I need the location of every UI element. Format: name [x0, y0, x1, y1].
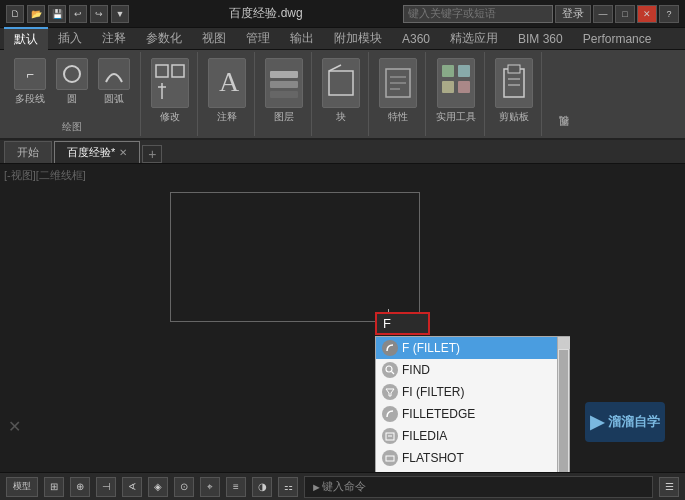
help-button[interactable]: ?	[659, 5, 679, 23]
filedia-icon	[382, 428, 398, 444]
circle-icon	[56, 58, 88, 90]
ribbon-tab-featured[interactable]: 精选应用	[440, 28, 508, 49]
svg-line-10	[329, 65, 341, 71]
draw-group-label: 绘图	[62, 118, 82, 134]
ribbon-tab-output[interactable]: 输出	[280, 28, 324, 49]
tab-add-button[interactable]: +	[142, 145, 162, 163]
autocomplete-item-6[interactable]: FILLETRAD	[376, 469, 569, 472]
svg-rect-7	[270, 81, 298, 88]
title-icons: 🗋 📂 💾 ↩ ↪ ▼	[6, 5, 129, 23]
clipboard-button[interactable]: 剪贴板	[493, 56, 535, 126]
svg-rect-19	[458, 81, 470, 93]
title-bar: 🗋 📂 💾 ↩ ↪ ▼ 百度经验.dwg 键入关键字或短语 登录 — □ ✕ ?	[0, 0, 685, 28]
undo-icon[interactable]: ↩	[69, 5, 87, 23]
tab-baidu[interactable]: 百度经验* ✕	[54, 141, 140, 163]
ribbon-tab-insert[interactable]: 插入	[48, 28, 92, 49]
track-button[interactable]: ⊙	[174, 477, 194, 497]
utilities-label: 实用工具	[436, 110, 476, 124]
tab-start-label: 开始	[17, 145, 39, 160]
block-label: 块	[336, 110, 346, 124]
ribbon-tab-view[interactable]: 视图	[192, 28, 236, 49]
scroll-thumb[interactable]	[559, 350, 568, 472]
snap-button[interactable]: ⊕	[70, 477, 90, 497]
ribbon-group-properties: 特性	[371, 52, 426, 136]
command-prompt-label: 键入命令	[322, 479, 366, 494]
ucs-button[interactable]: ⌖	[200, 477, 220, 497]
scroll-up-button[interactable]: ▲	[558, 337, 570, 349]
ribbon-tab-a360[interactable]: A360	[392, 30, 440, 48]
filter-icon	[382, 384, 398, 400]
autocomplete-item-2[interactable]: FI (FILTER)	[376, 381, 569, 403]
save-icon[interactable]: 💾	[48, 5, 66, 23]
utilities-button[interactable]: 实用工具	[434, 56, 478, 126]
polar-button[interactable]: ∢	[122, 477, 142, 497]
command-input-box[interactable]: F	[375, 312, 430, 335]
layer-button[interactable]: 图层	[263, 56, 305, 126]
ribbon-tab-bim360[interactable]: BIM 360	[508, 30, 573, 48]
clipboard-label: 剪贴板	[499, 110, 529, 124]
annotate-button[interactable]: A 注释	[206, 56, 248, 126]
ortho-button[interactable]: ⊣	[96, 477, 116, 497]
autocomplete-item-1-text: FIND	[402, 363, 430, 377]
autocomplete-item-1[interactable]: FIND	[376, 359, 569, 381]
ribbon-tab-default[interactable]: 默认	[4, 27, 48, 50]
autocomplete-item-5-text: FLATSHOT	[402, 451, 464, 465]
properties-button[interactable]: 特性	[377, 56, 419, 126]
ribbon-tabs: 默认 插入 注释 参数化 视图 管理 输出 附加模块 A360 精选应用 BIM…	[0, 28, 685, 50]
polyline-button[interactable]: ⌐ 多段线	[10, 56, 50, 108]
autocomplete-item-0-text: F (FILLET)	[402, 341, 460, 355]
ribbon-group-layer: 图层	[257, 52, 312, 136]
svg-rect-6	[270, 71, 298, 78]
ribbon-tab-parametric[interactable]: 参数化	[136, 28, 192, 49]
tab-close-icon[interactable]: ✕	[119, 147, 127, 158]
watermark-text: 溜溜自学	[608, 413, 660, 431]
minimize-button[interactable]: —	[593, 5, 613, 23]
autocomplete-scrollbar[interactable]: ▲ ▼	[557, 337, 569, 472]
modify-button[interactable]: 修改	[149, 56, 191, 126]
ribbon-group-block: 块	[314, 52, 369, 136]
x-close-icon[interactable]: ✕	[8, 417, 21, 436]
ribbon-tab-manage[interactable]: 管理	[236, 28, 280, 49]
ribbon-draw-tools: ⌐ 多段线 圆 圆弧	[10, 56, 134, 108]
search-placeholder: 键入关键字或短语	[408, 6, 496, 21]
model-button[interactable]: 模型	[6, 477, 38, 497]
menu-icon[interactable]: ▼	[111, 5, 129, 23]
autocomplete-item-3[interactable]: FILLETEDGE	[376, 403, 569, 425]
autocomplete-item-0[interactable]: F (FILLET)	[376, 337, 569, 359]
search-box[interactable]: 键入关键字或短语	[403, 5, 553, 23]
ribbon-group-modify: 修改	[143, 52, 198, 136]
tab-start[interactable]: 开始	[4, 141, 52, 163]
layer-icon	[265, 58, 303, 108]
transparency-button[interactable]: ◑	[252, 477, 272, 497]
svg-rect-17	[458, 65, 470, 77]
ribbon-tab-annotate[interactable]: 注释	[92, 28, 136, 49]
svg-rect-18	[442, 81, 454, 93]
fillet-icon	[382, 340, 398, 356]
block-button[interactable]: 块	[320, 56, 362, 126]
viewport-label: [-视图][二维线框]	[4, 168, 86, 183]
lineweight-button[interactable]: ≡	[226, 477, 246, 497]
grid-button[interactable]: ⊞	[44, 477, 64, 497]
ribbon-tab-addons[interactable]: 附加模块	[324, 28, 392, 49]
open-icon[interactable]: 📂	[27, 5, 45, 23]
autocomplete-item-4[interactable]: FILEDIA	[376, 425, 569, 447]
svg-rect-1	[156, 65, 168, 77]
redo-icon[interactable]: ↪	[90, 5, 108, 23]
new-icon[interactable]: 🗋	[6, 5, 24, 23]
svg-rect-16	[442, 65, 454, 77]
svg-text:A: A	[219, 66, 240, 97]
login-button[interactable]: 登录	[555, 5, 591, 23]
arc-button[interactable]: 圆弧	[94, 56, 134, 108]
svg-rect-8	[270, 91, 298, 98]
customization-button[interactable]: ☰	[659, 477, 679, 497]
close-button[interactable]: ✕	[637, 5, 657, 23]
circle-button[interactable]: 圆	[52, 56, 92, 108]
svg-marker-26	[386, 389, 394, 396]
select-cycling-button[interactable]: ⚏	[278, 477, 298, 497]
autocomplete-item-5[interactable]: FLATSHOT	[376, 447, 569, 469]
maximize-button[interactable]: □	[615, 5, 635, 23]
polyline-label: 多段线	[15, 92, 45, 106]
ribbon-tab-performance[interactable]: Performance	[573, 30, 662, 48]
object-snap-button[interactable]: ◈	[148, 477, 168, 497]
canvas-area[interactable]: [-视图][二维线框] F F (FILLET) FIND FI (FILTER…	[0, 164, 685, 472]
